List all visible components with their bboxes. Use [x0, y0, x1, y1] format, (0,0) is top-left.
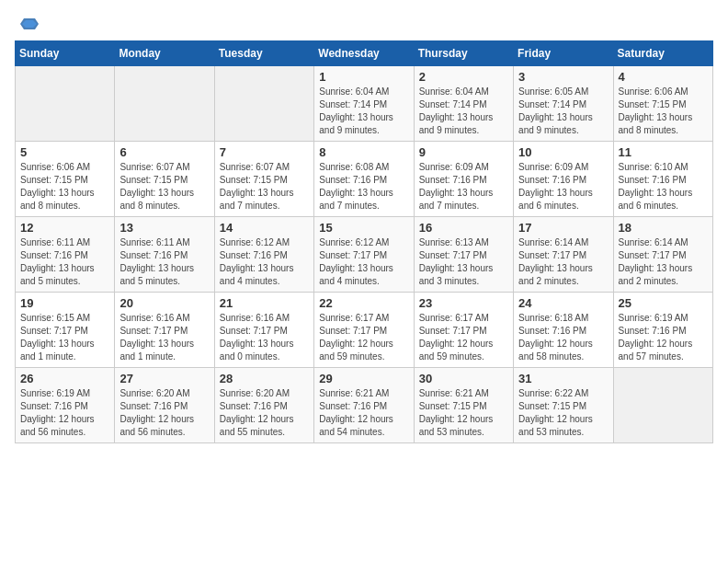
calendar-header-monday: Monday	[115, 41, 214, 66]
day-info: Sunrise: 6:17 AM Sunset: 7:17 PM Dayligh…	[319, 312, 408, 363]
day-info: Sunrise: 6:08 AM Sunset: 7:16 PM Dayligh…	[319, 161, 408, 213]
calendar-cell: 16Sunrise: 6:13 AM Sunset: 7:17 PM Dayli…	[414, 217, 513, 293]
day-info: Sunrise: 6:12 AM Sunset: 7:16 PM Dayligh…	[220, 236, 309, 288]
day-info: Sunrise: 6:16 AM Sunset: 7:17 PM Dayligh…	[220, 312, 309, 363]
calendar-cell: 26Sunrise: 6:19 AM Sunset: 7:16 PM Dayli…	[16, 368, 115, 443]
calendar-week-3: 12Sunrise: 6:11 AM Sunset: 7:16 PM Dayli…	[16, 217, 713, 293]
calendar-cell: 15Sunrise: 6:12 AM Sunset: 7:17 PM Dayli…	[314, 217, 414, 293]
calendar-header-sunday: Sunday	[16, 41, 115, 66]
calendar-cell: 11Sunrise: 6:10 AM Sunset: 7:16 PM Dayli…	[613, 142, 712, 217]
calendar-cell: 28Sunrise: 6:20 AM Sunset: 7:16 PM Dayli…	[214, 368, 313, 443]
day-number: 16	[419, 221, 508, 235]
day-number: 5	[20, 145, 109, 159]
day-info: Sunrise: 6:16 AM Sunset: 7:17 PM Dayligh…	[119, 312, 209, 363]
calendar-table: SundayMondayTuesdayWednesdayThursdayFrid…	[15, 40, 713, 443]
calendar-cell: 18Sunrise: 6:14 AM Sunset: 7:17 PM Dayli…	[613, 217, 712, 293]
page-header	[15, 15, 713, 33]
calendar-body: 1Sunrise: 6:04 AM Sunset: 7:14 PM Daylig…	[16, 66, 713, 443]
day-number: 22	[319, 296, 408, 310]
day-number: 26	[20, 372, 109, 385]
calendar-cell	[16, 66, 115, 142]
day-number: 13	[119, 221, 209, 235]
day-info: Sunrise: 6:14 AM Sunset: 7:17 PM Dayligh…	[619, 236, 708, 288]
day-number: 1	[319, 70, 408, 84]
calendar-cell: 19Sunrise: 6:15 AM Sunset: 7:17 PM Dayli…	[16, 293, 115, 368]
calendar-cell: 27Sunrise: 6:20 AM Sunset: 7:16 PM Dayli…	[115, 368, 214, 443]
calendar-cell	[613, 368, 712, 443]
day-info: Sunrise: 6:13 AM Sunset: 7:17 PM Dayligh…	[419, 236, 508, 288]
calendar-cell: 9Sunrise: 6:09 AM Sunset: 7:16 PM Daylig…	[414, 142, 513, 217]
day-number: 31	[518, 372, 608, 385]
calendar-cell: 17Sunrise: 6:14 AM Sunset: 7:17 PM Dayli…	[514, 217, 613, 293]
calendar-cell: 30Sunrise: 6:21 AM Sunset: 7:15 PM Dayli…	[414, 368, 513, 443]
calendar-header-thursday: Thursday	[414, 41, 513, 66]
calendar-cell: 4Sunrise: 6:06 AM Sunset: 7:15 PM Daylig…	[613, 66, 712, 142]
calendar-week-2: 5Sunrise: 6:06 AM Sunset: 7:15 PM Daylig…	[16, 142, 713, 217]
calendar-cell: 21Sunrise: 6:16 AM Sunset: 7:17 PM Dayli…	[214, 293, 313, 368]
day-info: Sunrise: 6:11 AM Sunset: 7:16 PM Dayligh…	[119, 236, 209, 288]
day-number: 12	[20, 221, 109, 235]
day-info: Sunrise: 6:15 AM Sunset: 7:17 PM Dayligh…	[20, 312, 109, 363]
day-number: 4	[619, 70, 708, 84]
calendar-cell: 8Sunrise: 6:08 AM Sunset: 7:16 PM Daylig…	[314, 142, 414, 217]
day-number: 24	[518, 296, 608, 310]
day-info: Sunrise: 6:18 AM Sunset: 7:16 PM Dayligh…	[518, 312, 608, 363]
calendar-cell: 14Sunrise: 6:12 AM Sunset: 7:16 PM Dayli…	[214, 217, 313, 293]
day-number: 28	[220, 372, 309, 385]
calendar-cell: 2Sunrise: 6:04 AM Sunset: 7:14 PM Daylig…	[414, 66, 513, 142]
day-info: Sunrise: 6:06 AM Sunset: 7:15 PM Dayligh…	[619, 86, 708, 137]
day-info: Sunrise: 6:04 AM Sunset: 7:14 PM Dayligh…	[419, 86, 508, 137]
calendar-cell: 25Sunrise: 6:19 AM Sunset: 7:16 PM Dayli…	[613, 293, 712, 368]
calendar-cell	[214, 66, 313, 142]
day-info: Sunrise: 6:21 AM Sunset: 7:16 PM Dayligh…	[319, 387, 408, 439]
calendar-cell	[115, 66, 214, 142]
day-info: Sunrise: 6:21 AM Sunset: 7:15 PM Dayligh…	[419, 387, 508, 439]
day-info: Sunrise: 6:12 AM Sunset: 7:17 PM Dayligh…	[319, 236, 408, 288]
day-info: Sunrise: 6:20 AM Sunset: 7:16 PM Dayligh…	[119, 387, 209, 439]
day-info: Sunrise: 6:10 AM Sunset: 7:16 PM Dayligh…	[619, 161, 708, 213]
day-number: 27	[119, 372, 209, 385]
day-number: 25	[619, 296, 708, 310]
calendar-header-wednesday: Wednesday	[314, 41, 414, 66]
calendar-cell: 3Sunrise: 6:05 AM Sunset: 7:14 PM Daylig…	[514, 66, 613, 142]
calendar-header-saturday: Saturday	[613, 41, 712, 66]
day-number: 17	[518, 221, 608, 235]
day-info: Sunrise: 6:17 AM Sunset: 7:17 PM Dayligh…	[419, 312, 508, 363]
day-number: 20	[119, 296, 209, 310]
calendar-cell: 13Sunrise: 6:11 AM Sunset: 7:16 PM Dayli…	[115, 217, 214, 293]
day-number: 21	[220, 296, 309, 310]
day-number: 3	[518, 70, 608, 84]
day-number: 11	[619, 145, 708, 159]
calendar-cell: 20Sunrise: 6:16 AM Sunset: 7:17 PM Dayli…	[115, 293, 214, 368]
calendar-cell: 5Sunrise: 6:06 AM Sunset: 7:15 PM Daylig…	[16, 142, 115, 217]
calendar-header-friday: Friday	[514, 41, 613, 66]
day-number: 6	[119, 145, 209, 159]
logo	[15, 15, 39, 33]
calendar-cell: 23Sunrise: 6:17 AM Sunset: 7:17 PM Dayli…	[414, 293, 513, 368]
calendar-cell: 31Sunrise: 6:22 AM Sunset: 7:15 PM Dayli…	[514, 368, 613, 443]
day-info: Sunrise: 6:07 AM Sunset: 7:15 PM Dayligh…	[119, 161, 209, 213]
calendar-header-row: SundayMondayTuesdayWednesdayThursdayFrid…	[16, 41, 713, 66]
day-number: 2	[419, 70, 508, 84]
day-info: Sunrise: 6:04 AM Sunset: 7:14 PM Dayligh…	[319, 86, 408, 137]
day-number: 29	[319, 372, 408, 385]
calendar-cell: 12Sunrise: 6:11 AM Sunset: 7:16 PM Dayli…	[16, 217, 115, 293]
day-info: Sunrise: 6:09 AM Sunset: 7:16 PM Dayligh…	[419, 161, 508, 213]
logo-icon	[17, 15, 39, 33]
calendar-week-1: 1Sunrise: 6:04 AM Sunset: 7:14 PM Daylig…	[16, 66, 713, 142]
day-info: Sunrise: 6:06 AM Sunset: 7:15 PM Dayligh…	[20, 161, 109, 213]
day-info: Sunrise: 6:09 AM Sunset: 7:16 PM Dayligh…	[518, 161, 608, 213]
day-number: 19	[20, 296, 109, 310]
day-number: 10	[518, 145, 608, 159]
day-number: 7	[220, 145, 309, 159]
calendar-header-tuesday: Tuesday	[214, 41, 313, 66]
calendar-cell: 1Sunrise: 6:04 AM Sunset: 7:14 PM Daylig…	[314, 66, 414, 142]
day-number: 14	[220, 221, 309, 235]
day-number: 15	[319, 221, 408, 235]
day-info: Sunrise: 6:05 AM Sunset: 7:14 PM Dayligh…	[518, 86, 608, 137]
day-info: Sunrise: 6:07 AM Sunset: 7:15 PM Dayligh…	[220, 161, 309, 213]
calendar-cell: 24Sunrise: 6:18 AM Sunset: 7:16 PM Dayli…	[514, 293, 613, 368]
day-info: Sunrise: 6:11 AM Sunset: 7:16 PM Dayligh…	[20, 236, 109, 288]
day-number: 18	[619, 221, 708, 235]
calendar-cell: 29Sunrise: 6:21 AM Sunset: 7:16 PM Dayli…	[314, 368, 414, 443]
